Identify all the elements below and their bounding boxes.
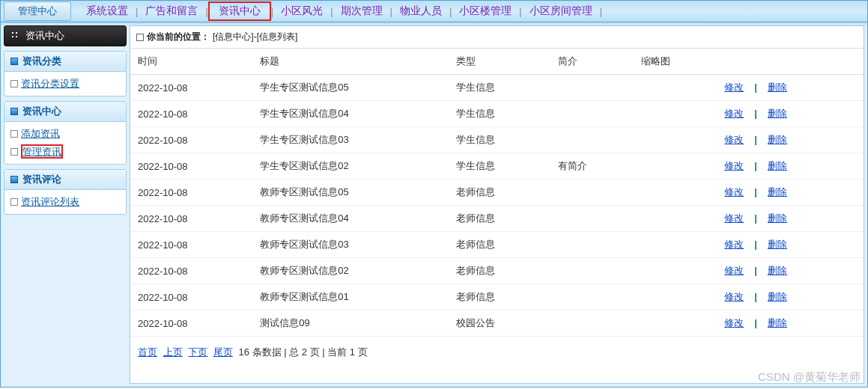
table-row: 2022-10-08测试信息09校园公告修改|删除 xyxy=(130,310,864,337)
table-cell: 老师信息 xyxy=(449,284,550,310)
breadcrumb: 你当前的位置： [信息中心]-[信息列表] xyxy=(130,26,864,49)
manage-center-button[interactable]: 管理中心 xyxy=(4,1,71,21)
nav-item[interactable]: 系统设置 xyxy=(79,4,136,18)
delete-link[interactable]: 删除 xyxy=(768,160,787,171)
table-row: 2022-10-08学生专区测试信息04学生信息修改|删除 xyxy=(130,101,864,127)
edit-link[interactable]: 修改 xyxy=(724,239,744,250)
delete-link[interactable]: 删除 xyxy=(768,212,787,224)
table-cell: 2022-10-08 xyxy=(130,206,252,232)
sidebar-item-link[interactable]: 添加资讯 xyxy=(21,128,60,139)
table-cell: 教师专区测试信息05 xyxy=(252,180,448,206)
action-separator: | xyxy=(744,134,768,145)
table-cell xyxy=(634,75,717,101)
table-cell xyxy=(550,75,634,101)
table-cell: 2022-10-08 xyxy=(130,310,252,337)
edit-link[interactable]: 修改 xyxy=(724,317,744,328)
table-cell: 学生专区测试信息04 xyxy=(252,101,448,127)
action-separator: | xyxy=(744,317,768,328)
edit-link[interactable]: 修改 xyxy=(724,134,744,145)
edit-link[interactable]: 修改 xyxy=(724,265,744,276)
table-actions-cell: 修改|删除 xyxy=(717,180,864,206)
action-separator: | xyxy=(744,239,768,250)
table-actions-cell: 修改|删除 xyxy=(717,127,864,153)
nav-item[interactable]: 小区楼管理 xyxy=(452,4,519,18)
delete-link[interactable]: 删除 xyxy=(768,186,787,197)
pager-last[interactable]: 尾页 xyxy=(213,346,233,358)
delete-link[interactable]: 删除 xyxy=(768,317,787,328)
table-actions-cell: 修改|删除 xyxy=(717,153,864,180)
table-cell: 学生专区测试信息03 xyxy=(252,127,448,153)
sidebar-box: 资讯分类资讯分类设置 xyxy=(4,51,127,97)
table-actions-cell: 修改|删除 xyxy=(717,232,864,258)
table-cell xyxy=(634,232,717,258)
delete-link[interactable]: 删除 xyxy=(768,134,787,145)
nav-item[interactable]: 资讯中心 xyxy=(211,4,268,16)
edit-link[interactable]: 修改 xyxy=(724,291,744,302)
nav-item[interactable]: 广告和留言 xyxy=(138,4,205,18)
table-cell xyxy=(550,180,634,206)
nav-item[interactable]: 小区风光 xyxy=(273,4,330,18)
sidebar-box-title: 资讯评论 xyxy=(4,170,126,190)
sidebar-item-link[interactable]: 管理资讯 xyxy=(22,146,61,157)
pager-prev[interactable]: 上页 xyxy=(163,346,183,358)
nav-item[interactable]: 期次管理 xyxy=(333,4,390,18)
edit-link[interactable]: 修改 xyxy=(724,186,744,197)
sidebar-item-link[interactable]: 资讯评论列表 xyxy=(21,196,79,207)
grid-icon xyxy=(10,31,21,41)
sidebar-item[interactable]: 资讯分类设置 xyxy=(4,75,126,93)
sidebar-item[interactable]: 添加资讯 xyxy=(4,125,126,143)
delete-link[interactable]: 删除 xyxy=(768,108,787,119)
sidebar-box-title: 资讯分类 xyxy=(4,52,126,72)
table-cell: 2022-10-08 xyxy=(130,127,252,153)
table-actions-cell: 修改|删除 xyxy=(717,284,864,310)
nav-item[interactable]: 小区房间管理 xyxy=(522,4,600,18)
table-cell: 老师信息 xyxy=(449,258,550,284)
table-row: 2022-10-08学生专区测试信息05学生信息修改|删除 xyxy=(130,75,864,101)
delete-link[interactable]: 删除 xyxy=(768,82,787,93)
table-cell xyxy=(634,310,717,337)
table-header-cell: 标题 xyxy=(252,49,448,75)
table-cell: 2022-10-08 xyxy=(130,75,252,101)
action-separator: | xyxy=(744,108,768,119)
action-separator: | xyxy=(744,186,768,197)
table-cell: 有简介 xyxy=(550,153,634,180)
table-cell: 学生信息 xyxy=(449,153,550,180)
pager-summary: 16 条数据 | 总 2 页 | 当前 1 页 xyxy=(239,346,368,358)
nav-item[interactable]: 物业人员 xyxy=(392,4,449,18)
sidebar-item-link[interactable]: 资讯分类设置 xyxy=(21,78,79,89)
table-cell: 2022-10-08 xyxy=(130,101,252,127)
table-cell: 教师专区测试信息01 xyxy=(252,284,448,310)
breadcrumb-prefix: 你当前的位置： xyxy=(147,31,210,43)
table-row: 2022-10-08教师专区测试信息04老师信息修改|删除 xyxy=(130,206,864,232)
action-separator: | xyxy=(744,212,768,224)
table-cell: 教师专区测试信息03 xyxy=(252,232,448,258)
pager-next[interactable]: 下页 xyxy=(188,346,207,358)
sidebar-box: 资讯中心添加资讯管理资讯 xyxy=(4,101,127,165)
table-cell: 教师专区测试信息02 xyxy=(252,258,448,284)
delete-link[interactable]: 删除 xyxy=(768,239,787,250)
watermark: CSDN @黄菊华老师 xyxy=(758,370,861,385)
table-cell xyxy=(550,258,634,284)
table-row: 2022-10-08学生专区测试信息03学生信息修改|删除 xyxy=(130,127,864,153)
sidebar-header-label: 资讯中心 xyxy=(25,29,64,43)
delete-link[interactable]: 删除 xyxy=(768,291,787,302)
sidebar-item[interactable]: 资讯评论列表 xyxy=(4,193,126,211)
sidebar: 资讯中心 资讯分类资讯分类设置资讯中心添加资讯管理资讯资讯评论资讯评论列表 xyxy=(1,22,130,387)
action-separator: | xyxy=(744,291,768,302)
table-cell: 2022-10-08 xyxy=(130,284,252,310)
edit-link[interactable]: 修改 xyxy=(724,212,744,224)
edit-link[interactable]: 修改 xyxy=(724,160,744,171)
pager-first[interactable]: 首页 xyxy=(138,346,157,358)
table-cell xyxy=(550,127,634,153)
sidebar-item[interactable]: 管理资讯 xyxy=(4,143,126,161)
table-actions-cell: 修改|删除 xyxy=(717,75,864,101)
action-separator: | xyxy=(744,160,768,171)
table-cell xyxy=(634,101,717,127)
table-header-cell: 时间 xyxy=(130,49,252,75)
sidebar-highlight: 管理资讯 xyxy=(21,144,63,159)
content-area: 你当前的位置： [信息中心]-[信息列表] 时间标题类型简介缩略图 2022-1… xyxy=(130,22,867,387)
delete-link[interactable]: 删除 xyxy=(768,265,787,276)
table-row: 2022-10-08教师专区测试信息01老师信息修改|删除 xyxy=(130,284,864,310)
edit-link[interactable]: 修改 xyxy=(724,108,744,119)
edit-link[interactable]: 修改 xyxy=(724,82,744,93)
